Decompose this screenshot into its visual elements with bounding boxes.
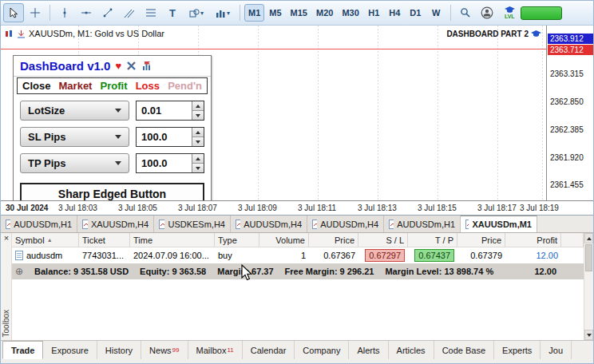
vertical-line-tool-button[interactable]	[54, 3, 75, 22]
scroll-down-button[interactable]	[584, 330, 593, 340]
lotsize-value[interactable]: 0.01	[137, 101, 192, 120]
sl-pips-value[interactable]: 100.0	[137, 128, 192, 146]
spin-down-button[interactable]	[192, 111, 204, 120]
chart-tab[interactable]: AUDUSDm,H1	[1, 216, 77, 232]
spin-down-button[interactable]	[192, 137, 204, 146]
footer-sliver	[1, 359, 593, 364]
tab-alerts[interactable]: Alerts	[349, 341, 388, 359]
lotsize-dropdown[interactable]: LotSize	[20, 101, 129, 121]
toolbox-scrollbar[interactable]	[584, 233, 593, 340]
tab-company[interactable]: Company	[295, 341, 349, 359]
trendline-tool-button[interactable]	[97, 3, 118, 22]
tab-code-base[interactable]: Code Base	[434, 341, 494, 359]
tp-pips-row: TP Pips 100.0	[20, 153, 204, 173]
timeframe-d1-button[interactable]: D1	[406, 4, 426, 22]
top-toolbar: T ▾ ▾ M1 M5 M15 M20 M30 H1 H4 D1 W LVL	[1, 1, 593, 26]
dropdown-caret-icon: ▾	[227, 10, 230, 17]
column-header-ticket[interactable]: Ticket	[79, 233, 130, 247]
column-header-price[interactable]: Price	[309, 233, 358, 247]
tp-pips-stepper[interactable]: 100.0	[136, 153, 204, 173]
column-header-tp[interactable]: T / P	[408, 233, 457, 247]
crosshair-tool-button[interactable]	[25, 3, 46, 22]
fibonacci-tool-button[interactable]	[141, 3, 161, 22]
cell-ticket: 7743031...	[79, 251, 130, 260]
tab-exposure[interactable]: Exposure	[43, 341, 97, 359]
connection-status-bar	[521, 6, 562, 20]
profile-button[interactable]	[477, 3, 497, 22]
cell-tp: 0.67437	[408, 249, 457, 262]
price-tick: 2362.850	[550, 98, 584, 106]
tools-icon	[126, 61, 137, 71]
menu-loss[interactable]: Loss	[136, 80, 160, 92]
tp-pips-value[interactable]: 100.0	[137, 154, 192, 172]
horizontal-line-tool-button[interactable]	[76, 3, 97, 22]
channel-tool-button[interactable]	[119, 3, 140, 22]
price-axis[interactable]: 2363.912 2363.712 2363.315 2362.850 2362…	[547, 26, 594, 200]
timeframe-m5-button[interactable]: M5	[265, 4, 285, 22]
tab-history[interactable]: History	[97, 341, 141, 359]
column-header-sl[interactable]: S / L	[358, 233, 408, 247]
timeframe-h1-button[interactable]: H1	[364, 4, 384, 22]
chevron-down-icon	[115, 109, 121, 113]
search-button[interactable]	[455, 3, 476, 22]
timeframe-w1-button[interactable]: W	[426, 4, 446, 22]
column-header-profit[interactable]: Profit	[505, 233, 561, 247]
sl-pips-stepper[interactable]: 100.0	[136, 127, 204, 147]
account-summary-row[interactable]: ⊕ Balance: 9 351.58 USD Equity: 9 363.58…	[12, 263, 584, 279]
chart-tab-icon	[236, 220, 240, 229]
level-indicator[interactable]: LVL	[505, 6, 515, 19]
trade-table-row[interactable]: audusdm 7743031... 2024.07.09 16:00... b…	[12, 247, 584, 263]
tab-news[interactable]: News 99	[141, 341, 188, 359]
lotsize-stepper[interactable]: 0.01	[136, 101, 204, 121]
spin-up-button[interactable]	[192, 154, 204, 164]
spin-down-icon	[196, 114, 200, 117]
stepper-buttons	[192, 154, 204, 172]
menu-close[interactable]: Close	[22, 80, 50, 92]
chart-tab-active[interactable]: XAUUSDm,M1	[461, 216, 537, 232]
sl-pips-dropdown[interactable]: SL Pips	[20, 127, 129, 147]
column-header-time[interactable]: Time	[130, 233, 215, 247]
tab-trade[interactable]: Trade	[2, 341, 43, 359]
indicators-tool-button[interactable]: ▾	[210, 3, 236, 22]
timeframe-m15-button[interactable]: M15	[287, 4, 311, 22]
tab-experts[interactable]: Experts	[494, 341, 541, 359]
cursor-tool-button[interactable]	[3, 3, 24, 22]
price-tick: 2362.385	[550, 126, 584, 134]
expand-icon[interactable]: ⊕	[15, 266, 23, 277]
chart-plot-area[interactable]: XAUUSDm, M1: Gold vs US Dollar DASHBOARD…	[1, 26, 547, 200]
chart-tab[interactable]: USDKESm,H4	[154, 216, 231, 232]
chart-tab[interactable]: AUDUSDm,H4	[231, 216, 307, 232]
time-axis[interactable]: 30 Jul 2024 3 Jul 18:03 3 Jul 18:05 3 Ju…	[1, 200, 594, 215]
scrollbar-thumb[interactable]	[585, 244, 592, 271]
toolbox-close-button[interactable]: ×	[2, 234, 11, 243]
menu-market[interactable]: Market	[59, 80, 93, 92]
chart-window: XAUUSDm, M1: Gold vs US Dollar DASHBOARD…	[1, 26, 594, 216]
spin-down-button[interactable]	[192, 164, 204, 172]
column-label: Symbol	[15, 235, 45, 245]
text-tool-button[interactable]: T	[162, 3, 183, 22]
menu-profit[interactable]: Profit	[101, 80, 128, 92]
timeframe-m1-button[interactable]: M1	[244, 4, 264, 22]
tab-calendar[interactable]: Calendar	[243, 341, 295, 359]
chart-tab[interactable]: AUDUSDm,H1	[384, 216, 461, 232]
sharp-edged-button[interactable]: Sharp Edged Button	[20, 183, 204, 200]
chart-tab[interactable]: AUDUSDm,H4	[307, 216, 384, 232]
column-header-symbol[interactable]: Symbol ▲	[12, 233, 79, 247]
timeframe-m30-button[interactable]: M30	[338, 4, 362, 22]
tab-mailbox[interactable]: Mailbox 11	[188, 341, 243, 359]
chart-tab[interactable]: XAUUSDm,H4	[77, 216, 154, 232]
spin-up-button[interactable]	[192, 128, 204, 137]
column-header-volume[interactable]: Volume	[259, 233, 309, 247]
tab-journal[interactable]: Jou	[541, 341, 572, 359]
spin-up-button[interactable]	[192, 101, 204, 111]
tp-pips-dropdown[interactable]: TP Pips	[20, 153, 129, 173]
tab-articles[interactable]: Articles	[389, 341, 434, 359]
column-header-type[interactable]: Type	[215, 233, 259, 247]
shapes-tool-button[interactable]: ▾	[184, 3, 209, 22]
timeframe-m20-button[interactable]: M20	[312, 4, 337, 22]
menu-pending[interactable]: Pend'n	[168, 80, 202, 92]
gridline	[497, 26, 498, 200]
column-header-price-current[interactable]: Price	[457, 233, 505, 247]
scroll-up-button[interactable]	[584, 233, 593, 243]
timeframe-h4-button[interactable]: H4	[385, 4, 405, 22]
